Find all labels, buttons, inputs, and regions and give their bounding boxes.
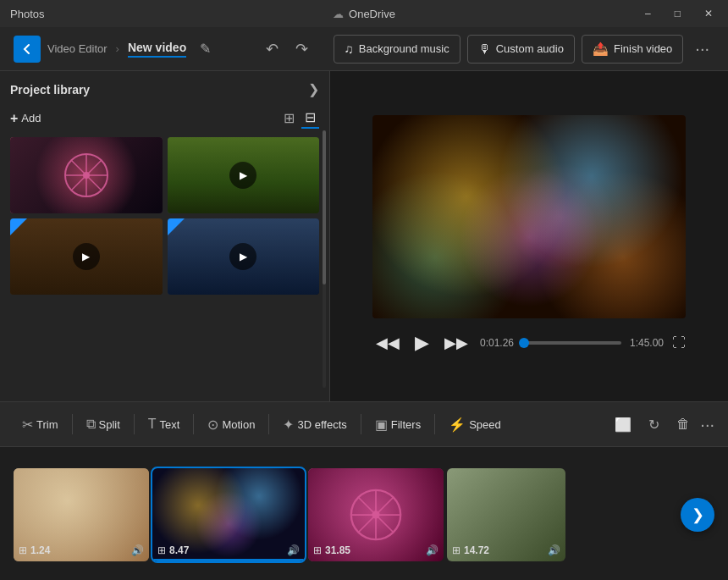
video-preview-panel: ◀◀ ▶ ▶▶ 0:01.26 1:45.00 ⛶: [330, 71, 728, 401]
finish-video-label: Finish video: [614, 42, 672, 55]
close-button[interactable]: ✕: [699, 6, 718, 21]
next-icon: ❯: [692, 505, 704, 524]
custom-audio-button[interactable]: 🎙 Custom audio: [467, 35, 575, 64]
clip-audio-icon-2: 🔊: [287, 544, 300, 556]
effects-3d-label: 3D effects: [297, 418, 346, 431]
video-frame: [372, 115, 686, 318]
crop-tool-button[interactable]: ⬜: [608, 413, 638, 436]
current-time: 0:01.26: [480, 337, 514, 349]
new-video-label: New video: [128, 41, 186, 58]
custom-audio-label: Custom audio: [496, 42, 564, 55]
clip-info-1: ⊞ 1.24: [19, 544, 50, 556]
redo-button[interactable]: ↷: [290, 38, 313, 60]
onedrive-icon: ☁: [333, 8, 344, 20]
timeline-clip-4[interactable]: ⊞ 14.72 🔊: [447, 468, 565, 561]
library-header: Project library ❯: [10, 81, 319, 97]
list-view-button[interactable]: ⊟: [301, 108, 319, 129]
audio-icon: 🎙: [478, 41, 491, 56]
add-label: Add: [21, 112, 41, 124]
play-overlay-2[interactable]: ▶: [229, 162, 256, 189]
tool-divider-1: [72, 414, 73, 434]
main-content-area: Project library ❯ + Add ⊞ ⊟: [0, 71, 728, 401]
filters-icon: ▣: [375, 417, 388, 433]
timeline-clip-1[interactable]: ⊞ 1.24 🔊: [14, 468, 149, 561]
scrollbar-thumb[interactable]: [323, 130, 326, 284]
motion-icon: ⊙: [207, 417, 218, 433]
timeline-next-button[interactable]: ❯: [681, 498, 714, 532]
speed-icon: ⚡: [449, 417, 466, 433]
rotate-tool-button[interactable]: ↻: [642, 413, 666, 436]
clip-audio-icon-1: 🔊: [131, 544, 144, 556]
clip-info-3: ⊞ 31.85: [313, 544, 350, 556]
undo-button[interactable]: ↶: [261, 38, 284, 60]
filters-tool-button[interactable]: ▣ Filters: [367, 412, 429, 438]
toolbar-more-button[interactable]: ···: [690, 37, 714, 60]
clip-type-icon-4: ⊞: [452, 544, 461, 556]
motion-tool-button[interactable]: ⊙ Motion: [199, 412, 263, 438]
motion-label: Motion: [222, 418, 255, 431]
text-label: Text: [160, 418, 180, 431]
fast-forward-icon: ▶▶: [444, 334, 468, 351]
back-button[interactable]: [14, 36, 41, 63]
timeline-clip-2[interactable]: ⊞ 8.47 🔊: [152, 468, 305, 561]
total-time: 1:45.00: [630, 337, 664, 349]
minimize-button[interactable]: –: [640, 6, 656, 21]
clip-duration-4: 14.72: [464, 544, 489, 556]
clip-info-4: ⊞ 14.72: [452, 544, 489, 556]
text-tool-button[interactable]: T Text: [140, 412, 189, 437]
media-thumbnail-2[interactable]: ▶: [168, 137, 320, 213]
play-button[interactable]: ▶: [411, 329, 433, 357]
breadcrumb-separator: ›: [116, 42, 119, 55]
play-overlay-3[interactable]: ▶: [73, 243, 100, 270]
maximize-button[interactable]: □: [670, 6, 686, 21]
progress-thumb: [519, 338, 529, 348]
add-media-button[interactable]: + Add: [10, 111, 41, 126]
finish-video-button[interactable]: 📤 Finish video: [582, 35, 683, 64]
media-thumbnail-4[interactable]: ▶: [168, 218, 320, 295]
trim-label: Trim: [36, 418, 58, 431]
timeline-panel: ⊞ 1.24 🔊 ⊞ 8.47 🔊 ⊞ 31.85: [0, 447, 728, 580]
playback-controls: ◀◀ ▶ ▶▶ 0:01.26 1:45.00 ⛶: [372, 329, 686, 357]
filters-label: Filters: [391, 418, 421, 431]
library-title: Project library: [10, 83, 90, 97]
titlebar: Photos ☁ OneDrive – □ ✕: [0, 0, 728, 27]
play-overlay-4[interactable]: ▶: [229, 243, 256, 270]
edit-title-button[interactable]: ✎: [196, 37, 214, 60]
background-music-label: Background music: [359, 42, 449, 55]
progress-bar[interactable]: [522, 341, 621, 345]
titlebar-left: Photos: [10, 8, 44, 20]
text-icon: T: [148, 417, 157, 432]
tool-divider-5: [361, 414, 361, 434]
edit-toolbar-more-button[interactable]: ···: [700, 415, 714, 434]
grid-view-button[interactable]: ⊞: [280, 108, 298, 129]
clip-audio-icon-4: 🔊: [548, 544, 560, 556]
video-content: [372, 115, 686, 318]
rewind-button[interactable]: ◀◀: [372, 330, 403, 356]
library-toolbar: + Add ⊞ ⊟: [10, 108, 319, 129]
split-tool-button[interactable]: ⧉ Split: [78, 412, 129, 437]
speed-tool-button[interactable]: ⚡ Speed: [440, 412, 510, 438]
timeline-clip-3[interactable]: ⊞ 31.85 🔊: [308, 468, 444, 561]
trim-icon: ✂: [22, 417, 33, 433]
speed-label: Speed: [469, 418, 501, 431]
delete-tool-button[interactable]: 🗑: [670, 413, 697, 435]
tool-divider-3: [193, 414, 194, 434]
media-thumbnail-3[interactable]: ▶: [10, 218, 163, 295]
rewind-icon: ◀◀: [376, 334, 400, 351]
trim-tool-button[interactable]: ✂ Trim: [14, 412, 67, 438]
fast-forward-button[interactable]: ▶▶: [441, 330, 472, 356]
media-thumbnail-1[interactable]: [10, 137, 163, 213]
titlebar-center: ☁ OneDrive: [333, 8, 395, 20]
export-icon: 📤: [593, 41, 609, 57]
edit-toolbar: ✂ Trim ⧉ Split T Text ⊙ Motion ✦ 3D effe…: [0, 401, 728, 447]
collapse-library-button[interactable]: ❯: [308, 81, 319, 97]
clip-type-icon-3: ⊞: [313, 544, 322, 556]
effects-3d-tool-button[interactable]: ✦ 3D effects: [274, 412, 355, 438]
corner-indicator-3: [10, 218, 27, 235]
progress-fill: [522, 341, 524, 345]
onedrive-label: OneDrive: [349, 8, 395, 20]
background-music-button[interactable]: ♫ Background music: [334, 35, 461, 64]
video-editor-nav[interactable]: Video Editor: [47, 42, 108, 55]
fullscreen-button[interactable]: ⛶: [672, 335, 686, 351]
clip-duration-2: 8.47: [169, 544, 189, 556]
